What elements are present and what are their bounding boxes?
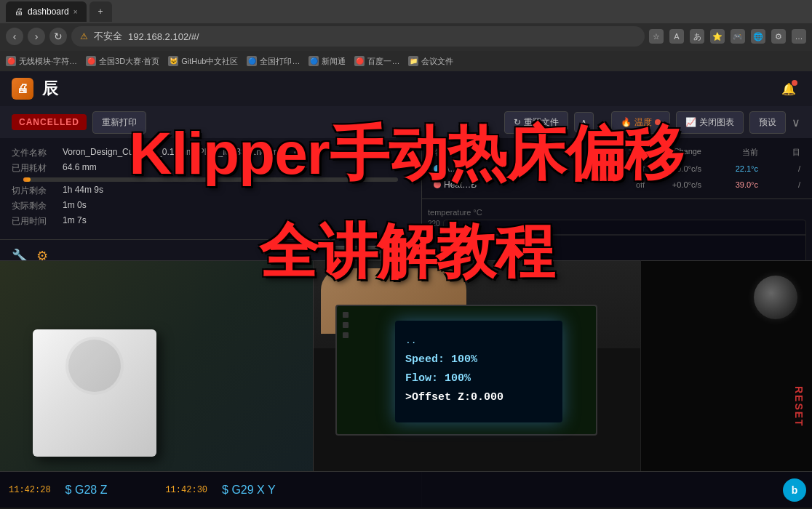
temp-table-header: 名 功率 Change 当前 目 [428,144,806,161]
tab-bar: 🖨 dashboard × + [0,0,812,23]
temp-name-label-1: A… [444,164,458,174]
lcd-line2: Speed: 100% [405,351,552,366]
temp-label: 温度 [634,116,652,129]
bookmark-icon-5: 🔵 [309,56,319,66]
reset-file-btn[interactable]: ↻ 重置文件 [504,111,568,134]
bookmark-label-5: 新闻通 [322,56,346,67]
browser-toolbar-icons: ☆ A あ ⭐ 🎮 🌐 ⚙ … [649,29,806,44]
chart-y-220: 220 [428,220,440,228]
col-header-target: 目 [764,147,800,158]
temp-dot [655,119,661,125]
console-cmd-1: $ G28 Z [65,484,108,497]
close-chart-btn[interactable]: 📈 关闭图表 [676,111,744,134]
bilibili-icon[interactable]: b [783,478,806,502]
extension-icon-5[interactable]: 🌐 [751,29,765,44]
extension-icon-1[interactable]: A [669,29,684,44]
pcb-board: .. Speed: 100% Flow: 100% >Offset Z:0.00… [335,305,597,436]
security-warning-icon: ⚠ [80,31,88,41]
url-text: 192.168.2.102/#/ [128,31,199,42]
file-name-row: 文件名称 Voron_Design_Cube_v7_0.15mm_PL…_MK3… [12,147,410,159]
slice-remain-label: 切片剩余 [12,185,63,197]
extension-icon-2[interactable]: あ [690,29,704,44]
active-tab[interactable]: 🖨 dashboard × [6,1,87,22]
printer-photo-area [0,260,335,471]
status-bar: CANCELLED 重新打印 ↻ 重置文件 ∧ 🔥 温度 📈 关闭 [0,106,812,138]
lcd-line1: .. [405,332,552,347]
bookmark-icon-2: 🔴 [86,56,96,66]
tab-close-btn[interactable]: × [73,8,78,16]
notification-dot [792,80,797,86]
new-tab[interactable]: + [89,1,112,22]
preset-btn[interactable]: 预设 [749,111,786,134]
temp-row-1[interactable]: A… off +0.0°c/s 22.1°c / [428,161,806,177]
actual-remain-row: 实际剩余 1m 0s [12,200,410,212]
reset-label: RESET [793,386,805,428]
main-content: 🖨 辰 🔔 CANCELLED 重新打印 ↻ 重置文件 ∧ [0,71,812,508]
bookmarks-bar: 🔴 无线模块·字符… 🔴 全国3D大赛·首页 🐱 GitHub中文社区 🔵 全国… [0,51,812,71]
extension-icon-3[interactable]: ⭐ [710,29,725,44]
console-cmd-2: $ G29 X Y [222,484,276,497]
col-header-current: 当前 [707,147,758,158]
extension-icon-4[interactable]: 🎮 [731,29,745,44]
security-label: 不安全 [94,30,122,43]
console-area: 11:42:28 $ G28 Z 11:42:30 $ G29 X Y [0,471,812,508]
back-btn[interactable]: ‹ [6,28,23,45]
knob-icon [754,276,797,319]
bookmark-label-7: 会议文件 [421,56,453,67]
settings-icon[interactable]: ⚙ [771,29,786,44]
temp-section: 🔥 温度 [611,111,670,134]
elapsed-row: 已用时间 1m 7s [12,215,410,228]
bookmark-label-3: GitHub中文社区 [181,56,238,67]
bookmark-item-3[interactable]: 🐱 GitHub中文社区 [168,56,238,67]
bookmark-icon-3: 🐱 [168,56,178,66]
temp-row-2[interactable]: Heat…B off +0.0°c/s 39.0°c / [428,177,806,193]
col-header-change: Change [650,147,701,158]
filament-row: 已用耗材 64.6 mm [12,162,410,175]
slice-remain-value: 1h 44m 9s [63,185,410,195]
chevron-down-icon: ∨ [792,116,800,129]
bookmark-item-7[interactable]: 📁 会议文件 [408,56,453,67]
notification-bell-icon[interactable]: 🔔 [777,77,800,100]
chevron-up-btn[interactable]: ∧ [574,112,594,132]
address-bar-row: ‹ › ↻ ⚠ 不安全 192.168.2.102/#/ ☆ A あ ⭐ 🎮 🌐… [0,23,812,49]
actual-remain-label: 实际剩余 [12,200,63,212]
lcd-line3: Flow: 100% [405,370,552,385]
printed-cube [33,329,156,457]
temperature-btn[interactable]: 🔥 温度 [611,111,670,134]
temp-name-2: Heat…B [434,180,595,190]
temp-table: 名 功率 Change 当前 目 A… off +0.0°c/s [422,138,812,199]
bookmark-item-5[interactable]: 🔵 新闻通 [309,56,346,67]
bookmark-item-6[interactable]: 🔴 百度一… [354,56,399,67]
temp-name-label-2: Heat…B [444,180,477,190]
progress-bar-container [23,177,398,182]
bookmark-item-2[interactable]: 🔴 全国3D大赛·首页 [86,56,159,67]
file-name-value: Voron_Design_Cube_v7_0.15mm_PL…_MK3S_1h4… [63,147,410,157]
lcd-display: .. Speed: 100% Flow: 100% >Offset Z:0.00… [395,321,562,422]
bookmark-star-icon[interactable]: ☆ [649,29,664,44]
pcb-dot-1 [343,312,349,318]
flame-icon: 🔥 [621,117,632,127]
temp-power-2: off [601,180,645,189]
bookmark-item-1[interactable]: 🔴 无线模块·字符… [6,56,77,67]
reload-btn[interactable]: ↻ [49,28,67,45]
reprint-btn[interactable]: 重新打印 [92,111,146,134]
console-time-2: 11:42:30 [165,485,207,495]
elapsed-value: 1m 7s [63,215,410,225]
progress-bar-fill [23,177,31,182]
refresh-icon: ↻ [514,117,521,127]
address-bar[interactable]: ⚠ 不安全 192.168.2.102/#/ [71,26,645,47]
temp-target-1: / [764,164,800,173]
time-display: 辰 [42,78,58,100]
klipper-top-bar: 🖨 辰 🔔 [0,71,812,106]
new-tab-icon: + [98,7,103,17]
temp-current-1: 22.1°c [707,164,758,173]
printed-object-area [22,304,167,457]
browser-chrome: 🖨 dashboard × + ‹ › ↻ ⚠ 不安全 192.168.2.10… [0,0,812,51]
menu-icon[interactable]: … [792,29,806,44]
reset-file-label: 重置文件 [524,116,559,129]
chart-y-label: temperature °C [428,205,806,220]
forward-btn[interactable]: › [28,28,45,45]
bookmark-label-6: 百度一… [367,56,399,67]
close-chart-label: 关闭图表 [699,116,734,129]
bookmark-item-4[interactable]: 🔵 全国打印… [247,56,300,67]
